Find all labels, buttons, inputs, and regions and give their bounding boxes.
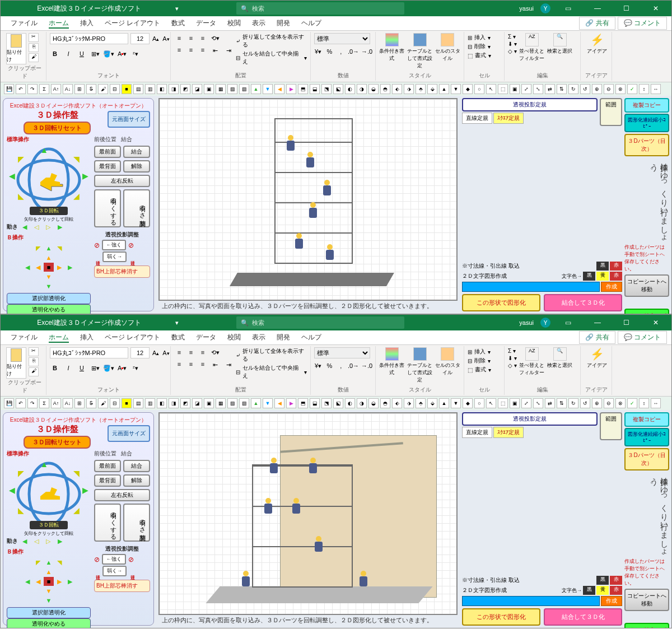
b4[interactable]: ▲ bbox=[44, 567, 54, 576]
avatar[interactable]: Y bbox=[540, 318, 550, 328]
shrink-button[interactable]: 図形化連続縮小ｺﾋﾟｰ bbox=[624, 428, 669, 446]
qat-strike-icon[interactable]: S̶ bbox=[86, 84, 96, 94]
qi42[interactable]: ⊗ bbox=[615, 398, 626, 408]
delete-cells-button[interactable]: ⊟ 削除 ▾ bbox=[468, 42, 501, 51]
stop-trans-button[interactable]: 透明化やめる bbox=[7, 304, 91, 314]
move-slow-right-icon[interactable]: ▷ bbox=[43, 222, 53, 231]
mv3[interactable]: ▷ bbox=[43, 537, 53, 546]
qat-custom-13[interactable]: ◀ bbox=[274, 84, 284, 94]
dim-red-button[interactable]: 赤 bbox=[610, 262, 622, 271]
delete-cells-button[interactable]: ⊟ 削除 ▾ bbox=[468, 356, 501, 365]
autosum-icon[interactable]: Σ ▾ bbox=[508, 347, 517, 355]
align-right-icon[interactable]: ≡ bbox=[198, 45, 208, 55]
fill-icon[interactable]: ⬇ ▾ bbox=[508, 40, 517, 48]
clear-icon[interactable]: ◇ ▾ bbox=[508, 48, 517, 55]
autosum-icon[interactable]: Σ ▾ bbox=[508, 33, 517, 40]
copy-button[interactable]: 複製コピー bbox=[624, 412, 669, 427]
qat-custom-15[interactable]: ⬒ bbox=[298, 84, 308, 94]
sq-rule-button[interactable]: ｽｸｴｱ定規 bbox=[493, 427, 524, 438]
qat-custom-28[interactable]: ▼ bbox=[451, 84, 461, 94]
arrow-left-icon[interactable]: ◀ bbox=[9, 171, 15, 180]
txt-yellow-button[interactable]: 黄 bbox=[596, 272, 609, 281]
text-input-bar[interactable] bbox=[462, 596, 600, 606]
qat-custom-37[interactable]: ⊕ bbox=[592, 84, 602, 94]
paste-button[interactable]: 貼り付け bbox=[6, 347, 26, 379]
qi27[interactable]: ⬙ bbox=[427, 398, 437, 408]
merge-button[interactable]: 結合 bbox=[123, 146, 150, 158]
merge-center-button[interactable]: ⊟ セルを結合して中央揃え ▾ bbox=[236, 364, 307, 380]
b-dn2-icon[interactable]: ▼ bbox=[44, 272, 54, 281]
border-icon[interactable]: ⊞▾ bbox=[90, 49, 100, 59]
qi7[interactable]: ◪ bbox=[192, 398, 202, 408]
maximize-icon[interactable]: ☐ bbox=[615, 1, 638, 16]
qat-custom-10[interactable]: ▨ bbox=[239, 84, 249, 94]
reset-button[interactable]: ３Ｄ回転リセット bbox=[24, 436, 91, 449]
qi45[interactable]: ↔ bbox=[651, 398, 661, 408]
shape-button[interactable]: この形状で図形化 bbox=[462, 294, 540, 311]
arrow-se-icon[interactable]: ◢ bbox=[73, 192, 80, 201]
stronger-button[interactable]: ←強く bbox=[102, 240, 126, 250]
line-rule-button[interactable]: 直線定規 bbox=[462, 427, 492, 438]
tab-developer[interactable]: 開発 bbox=[271, 16, 296, 30]
qat-save-icon[interactable]: 💾 bbox=[4, 84, 14, 94]
close-icon[interactable]: ✕ bbox=[645, 1, 667, 16]
qi25[interactable]: ⬗ bbox=[404, 398, 414, 408]
tab-insert[interactable]: 挿入 bbox=[74, 16, 99, 30]
tab-view[interactable]: 表示 bbox=[246, 16, 271, 30]
qat-yellow-fill[interactable]: ■ bbox=[122, 84, 132, 94]
merge-3d-button[interactable]: 結合して３Ｄ化 bbox=[544, 294, 622, 311]
border-icon[interactable]: ⊞▾ bbox=[90, 363, 100, 373]
tab-formulas[interactable]: 数式 bbox=[166, 330, 190, 344]
qat-custom-33[interactable]: ⇄ bbox=[545, 84, 555, 94]
qat-pointer-icon[interactable]: ↖ bbox=[486, 398, 496, 408]
qi26[interactable]: ⬘ bbox=[416, 398, 426, 408]
qat-border-icon[interactable]: ⊞ bbox=[74, 398, 85, 408]
maximize-icon[interactable]: ☐ bbox=[615, 315, 638, 330]
font-color-icon[interactable]: A▾ bbox=[117, 363, 127, 373]
qat-custom-18[interactable]: ⬕ bbox=[333, 84, 343, 94]
qat-custom-4[interactable]: ◨ bbox=[169, 84, 179, 94]
tab-home[interactable]: ホーム bbox=[43, 330, 74, 344]
qat-sum-icon[interactable]: Σ bbox=[39, 398, 49, 408]
align-middle-icon[interactable]: ≡ bbox=[186, 33, 196, 43]
decrease-font-icon[interactable]: A▾ bbox=[162, 348, 170, 358]
sq-rule-button[interactable]: ｽｸｴｱ定規 bbox=[493, 113, 524, 124]
a3[interactable]: ≡ bbox=[198, 347, 208, 357]
back-button[interactable]: 最背面 bbox=[94, 160, 121, 173]
arrow-se-icon[interactable]: ◢ bbox=[73, 506, 80, 515]
qat-custom-19[interactable]: ◐ bbox=[345, 84, 355, 94]
bh-top-button[interactable]: BH上部芯棒消す bbox=[94, 265, 150, 278]
increase-font-icon[interactable]: A▴ bbox=[152, 34, 160, 44]
percent-icon[interactable]: % bbox=[325, 361, 333, 371]
a2[interactable]: ≡ bbox=[186, 347, 196, 357]
a4[interactable]: ≡ bbox=[174, 359, 184, 369]
qat-custom-8[interactable]: ▦ bbox=[216, 84, 226, 94]
arrow-ne-icon[interactable]: ◥ bbox=[73, 469, 80, 478]
qat-custom-9[interactable]: ▧ bbox=[227, 84, 237, 94]
comment-button[interactable]: 💬 コメント bbox=[618, 331, 667, 344]
search-box[interactable]: 🔍 検索 bbox=[236, 316, 404, 329]
number-format-select[interactable]: 標準 bbox=[314, 347, 370, 358]
arrow-sw-icon[interactable]: ◣ bbox=[18, 192, 24, 201]
qi33[interactable]: ▣ bbox=[510, 398, 520, 408]
find-select-button[interactable]: 🔍検索と選択 bbox=[547, 347, 573, 369]
italic-icon[interactable]: I bbox=[63, 49, 73, 59]
flip-button[interactable]: 左右反転 bbox=[94, 489, 150, 501]
qi20[interactable]: ◐ bbox=[345, 398, 355, 408]
stop-trans-button[interactable]: 透明化やめる bbox=[7, 618, 91, 628]
b-center-icon[interactable]: ■ bbox=[44, 263, 54, 272]
arrow-up-icon[interactable]: ▲ bbox=[40, 460, 48, 469]
sort-filter-button[interactable]: AZ並べ替えとフィルター bbox=[519, 33, 545, 62]
brightness-button[interactable]: 明るさ調整 bbox=[123, 504, 150, 542]
qat-custom-34[interactable]: ⇅ bbox=[557, 84, 567, 94]
qi37[interactable]: ⇅ bbox=[557, 398, 567, 408]
qat-custom-31[interactable]: ⤢ bbox=[521, 84, 531, 94]
font-select[interactable] bbox=[50, 347, 128, 358]
qi9[interactable]: ▦ bbox=[216, 398, 226, 408]
tab-data[interactable]: データ bbox=[190, 16, 222, 30]
minimize-icon[interactable]: — bbox=[586, 315, 609, 330]
qi36[interactable]: ⇄ bbox=[545, 398, 555, 408]
qat-undo-icon[interactable]: ↶ bbox=[16, 84, 26, 94]
arrow-right-icon[interactable]: ▶ bbox=[82, 486, 88, 495]
tab-review[interactable]: 校閲 bbox=[222, 330, 246, 344]
